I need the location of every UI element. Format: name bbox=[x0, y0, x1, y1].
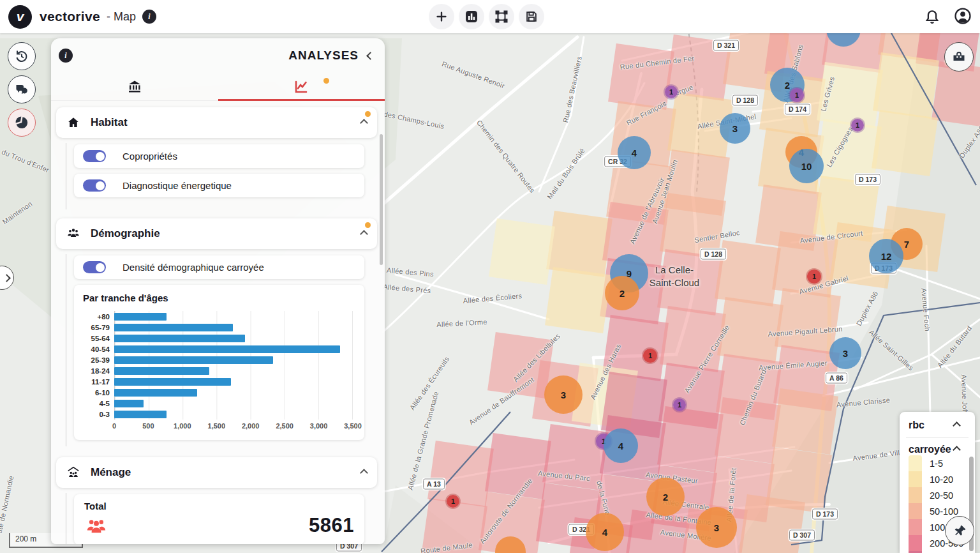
section-badge-dot bbox=[365, 222, 371, 228]
map-cluster[interactable]: 10 bbox=[789, 149, 824, 183]
map-cluster[interactable]: 2 bbox=[646, 478, 685, 516]
map-cluster[interactable]: 1 bbox=[643, 349, 657, 363]
toggle-label: Diagnostique énergetique bbox=[122, 180, 232, 191]
map-cluster[interactable] bbox=[495, 536, 526, 553]
chart-x-tick: 2,000 bbox=[242, 422, 260, 430]
legend-swatch bbox=[909, 455, 922, 471]
comments-button[interactable] bbox=[8, 75, 36, 103]
toggle-switch[interactable] bbox=[83, 150, 106, 162]
toggle-switch[interactable] bbox=[83, 179, 106, 192]
charts-button[interactable] bbox=[459, 4, 484, 29]
notifications-bell-icon[interactable] bbox=[923, 6, 942, 26]
map-cluster[interactable]: 12 bbox=[869, 239, 903, 273]
brand-logo[interactable]: v bbox=[8, 5, 32, 29]
toolbox-button[interactable] bbox=[944, 42, 974, 72]
legend-group-header[interactable]: rbc bbox=[909, 420, 969, 431]
panel-info-icon[interactable]: i bbox=[59, 49, 73, 63]
chart-category-label: 11-17 bbox=[83, 378, 110, 386]
legend-label: 20-50 bbox=[930, 490, 953, 501]
panel-scrollbar[interactable] bbox=[380, 134, 383, 265]
chevron-up-icon[interactable] bbox=[360, 119, 368, 127]
section-title: Démographie bbox=[91, 227, 160, 240]
map-cluster[interactable]: 1 bbox=[673, 398, 686, 411]
legend-layer-header[interactable]: carroyée bbox=[909, 444, 969, 455]
map-cluster[interactable]: 1 bbox=[790, 88, 804, 102]
panel-header: i ANALYSES bbox=[51, 38, 385, 73]
toggle-coproprietes: Copropriétés bbox=[74, 144, 364, 168]
account-icon[interactable] bbox=[953, 6, 972, 26]
toggle-densite-carroyee: Densité démographique carroyée bbox=[74, 255, 364, 279]
chart-x-tick: 3,000 bbox=[310, 422, 328, 430]
chart-bar bbox=[114, 345, 340, 353]
chevron-up-icon[interactable] bbox=[360, 469, 368, 477]
bank-icon bbox=[127, 79, 142, 95]
transform-icon bbox=[494, 9, 509, 24]
map-cluster[interactable]: 1 bbox=[851, 119, 864, 132]
map-cluster[interactable]: 1 bbox=[665, 86, 678, 98]
chevron-right-icon bbox=[3, 274, 11, 282]
section-header-menage[interactable]: Ménage bbox=[56, 457, 377, 488]
chart-category-label: 18-24 bbox=[83, 367, 110, 375]
chevron-up-icon[interactable] bbox=[360, 230, 368, 238]
toggle-diagnostique-energetique: Diagnostique énergetique bbox=[74, 174, 364, 197]
chart-bar-row: 40-54 bbox=[83, 344, 355, 354]
panel-tabs bbox=[51, 73, 385, 101]
chart-bar bbox=[114, 389, 197, 397]
legend-layer-title: carroyée bbox=[909, 444, 951, 455]
section-header-habitat[interactable]: Habitat bbox=[56, 107, 377, 138]
chevron-up-icon bbox=[953, 446, 961, 454]
age-bar-chart: +8065-7955-6440-5425-3918-2411-176-104-5… bbox=[83, 311, 355, 420]
map-cluster[interactable]: 3 bbox=[544, 375, 583, 414]
chart-bar bbox=[114, 400, 144, 407]
chart-category-label: 40-54 bbox=[83, 345, 110, 353]
section-title: Ménage bbox=[91, 466, 131, 479]
household-icon bbox=[66, 466, 80, 480]
legend-swatch bbox=[909, 471, 922, 487]
map-cluster[interactable]: 4 bbox=[618, 136, 651, 169]
history-button[interactable] bbox=[8, 42, 36, 70]
total-label: Total bbox=[84, 501, 354, 511]
save-icon bbox=[524, 10, 538, 24]
map-cluster[interactable]: 3 bbox=[696, 507, 737, 548]
legend-item: 20-50 bbox=[909, 487, 969, 503]
select-area-button[interactable] bbox=[489, 4, 514, 29]
chart-x-tick: 1,000 bbox=[174, 422, 191, 430]
legend-swatch bbox=[909, 503, 922, 519]
legend-swatch bbox=[909, 487, 922, 503]
age-chart-card: Par tranche d'âges +8065-7955-6440-5425-… bbox=[74, 285, 364, 440]
legend-swatch bbox=[909, 519, 922, 535]
analytics-pie-button[interactable] bbox=[8, 109, 36, 137]
legend-label: 50-100 bbox=[930, 506, 958, 517]
chart-title: Par tranche d'âges bbox=[83, 292, 355, 303]
map-cluster[interactable]: 4 bbox=[586, 513, 624, 551]
map-cluster[interactable]: 1 bbox=[807, 269, 821, 284]
chart-bar bbox=[114, 324, 233, 331]
chart-bar bbox=[114, 411, 167, 418]
pin-button[interactable] bbox=[945, 516, 974, 545]
chart-bar bbox=[114, 367, 209, 375]
chart-bar bbox=[114, 335, 245, 342]
bar-chart-icon bbox=[464, 9, 479, 24]
tab-analytics[interactable] bbox=[218, 73, 385, 100]
map-cluster[interactable]: 4 bbox=[604, 428, 638, 463]
plus-icon bbox=[434, 10, 449, 24]
legend-label: 1-5 bbox=[930, 458, 943, 469]
collapse-panel-icon[interactable] bbox=[366, 52, 375, 60]
divider bbox=[906, 437, 969, 438]
tab-buildings[interactable] bbox=[51, 73, 218, 100]
save-button[interactable] bbox=[519, 4, 544, 29]
map-cluster[interactable]: 2 bbox=[605, 276, 639, 310]
chart-bar bbox=[114, 356, 273, 364]
section-header-demographie[interactable]: Démographie bbox=[56, 218, 377, 249]
page-info-icon[interactable]: i bbox=[142, 10, 156, 24]
map-cluster[interactable]: 3 bbox=[829, 337, 861, 369]
map-cluster[interactable]: 3 bbox=[720, 113, 750, 144]
section-body-menage: Total 5861 bbox=[66, 493, 377, 544]
legend-group-title: rbc bbox=[909, 420, 924, 431]
add-button[interactable] bbox=[429, 4, 454, 29]
map-cluster[interactable]: 1 bbox=[447, 495, 459, 508]
toggle-switch[interactable] bbox=[83, 261, 106, 273]
chart-x-tick: 0 bbox=[112, 422, 116, 430]
chart-category-label: 6-10 bbox=[83, 389, 110, 397]
total-value: 5861 bbox=[309, 514, 354, 537]
